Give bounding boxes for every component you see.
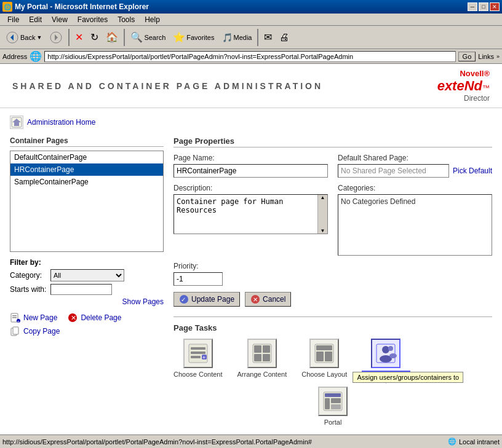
page-name-input[interactable]: [173, 164, 328, 178]
copy-page-link[interactable]: Copy Page: [10, 326, 60, 337]
delete-page-icon: ✕: [67, 312, 78, 323]
choose-layout-label: Choose Layout: [301, 371, 347, 378]
arrange-content-icon: [247, 339, 277, 368]
assign-users-task[interactable]: Assign Users Assign users/groups/contain…: [362, 339, 410, 379]
categories-field: Categories: No Categories Defined: [338, 184, 492, 256]
svg-rect-42: [331, 398, 341, 403]
default-shared-page-input[interactable]: [338, 164, 449, 178]
portal-label: Portal: [324, 419, 342, 426]
default-shared-page-label: Default Shared Page:: [338, 154, 492, 162]
search-button[interactable]: 🔍 Search: [127, 28, 169, 47]
go-button[interactable]: Go: [458, 52, 476, 61]
trademark-icon: ™: [482, 84, 490, 92]
form-buttons: ✓ Update Page ✕: [173, 292, 492, 307]
menu-file[interactable]: File: [2, 14, 24, 25]
svg-rect-22: [191, 356, 201, 358]
category-label: Category:: [10, 271, 47, 280]
minimize-button[interactable]: ─: [468, 2, 477, 11]
container-pages-title: Container Pages: [10, 136, 164, 147]
pages-list[interactable]: DefaultContainerPage HRContainerPage Sam…: [10, 151, 164, 252]
left-panel: Container Pages DefaultContainerPage HRC…: [10, 136, 164, 426]
svg-rect-8: [12, 317, 17, 318]
back-dropdown-icon[interactable]: ▼: [36, 34, 42, 41]
menu-help[interactable]: Help: [140, 14, 165, 25]
svg-text:+: +: [202, 355, 205, 361]
copy-page-label: Copy Page: [23, 327, 60, 336]
refresh-button[interactable]: ↻: [87, 28, 102, 47]
pick-default-link[interactable]: Pick Default: [453, 167, 492, 175]
filter-by-label: Filter by:: [10, 258, 164, 267]
favorites-button[interactable]: ⭐ Favorites: [170, 28, 217, 47]
links-chevron-icon: »: [496, 53, 500, 60]
address-bar: Address 🌐 Go Links »: [0, 49, 502, 64]
close-button[interactable]: ✕: [490, 2, 500, 11]
menu-edit[interactable]: Edit: [24, 14, 47, 25]
media-button[interactable]: 🎵 Media: [219, 28, 255, 47]
default-shared-page-field: Default Shared Page: Pick Default: [338, 154, 492, 178]
filter-starts-with-row: Starts with:: [10, 284, 164, 295]
priority-input[interactable]: [173, 272, 223, 286]
show-pages-link[interactable]: Show Pages: [10, 297, 164, 306]
description-field: Description: Container page for Human Re…: [173, 184, 328, 256]
forward-button[interactable]: [46, 28, 66, 47]
page-title: SHARED AND CONTAINER PAGE ADMINISTRATION: [12, 81, 323, 91]
choose-content-label: Choose Content: [173, 371, 223, 378]
back-icon: [6, 31, 19, 44]
menu-favorites[interactable]: Favorites: [73, 14, 113, 25]
svg-rect-29: [263, 354, 270, 361]
cancel-button[interactable]: ✕ Cancel: [245, 292, 291, 307]
starts-with-input[interactable]: [50, 284, 112, 295]
toolbar-separator-3: [257, 29, 258, 46]
forward-icon: [49, 31, 63, 44]
admin-home-link[interactable]: Administration Home: [10, 116, 492, 129]
list-item-hr[interactable]: HRContainerPage: [10, 163, 163, 176]
page-action-row-2: Copy Page: [10, 326, 60, 337]
menu-tools[interactable]: Tools: [113, 14, 140, 25]
description-scroll-up[interactable]: ▲: [318, 195, 327, 200]
menu-bar: File Edit View Favorites Tools Help: [0, 14, 502, 26]
menu-view[interactable]: View: [47, 14, 73, 25]
status-url: http://sidious/ExpressPortal/portal/port…: [2, 438, 312, 446]
back-label: Back: [20, 34, 35, 41]
svg-point-38: [389, 353, 397, 358]
delete-page-link[interactable]: ✕ Delete Page: [67, 312, 121, 323]
home-button[interactable]: 🏠: [103, 28, 121, 47]
status-zone: Local intranet: [459, 438, 500, 446]
assign-users-tooltip: Assign users/groups/containers to: [353, 372, 463, 383]
choose-layout-task[interactable]: Choose Layout: [301, 339, 347, 378]
list-item-sample[interactable]: SampleContainerPage: [10, 176, 163, 188]
novell-text: Novell®: [437, 69, 490, 78]
maximize-button[interactable]: □: [479, 2, 488, 11]
svg-rect-41: [325, 398, 330, 409]
new-page-link[interactable]: + New Page: [10, 312, 57, 323]
portal-task[interactable]: Portal: [173, 387, 492, 426]
description-textarea[interactable]: Container page for Human Resources: [174, 195, 317, 234]
admin-home-icon: [10, 116, 23, 129]
stop-button[interactable]: ✕: [72, 28, 86, 47]
update-page-button[interactable]: ✓ Update Page: [173, 292, 240, 307]
list-item-default[interactable]: DefaultContainerPage: [10, 151, 163, 163]
svg-rect-31: [316, 345, 332, 350]
page-tasks-section: Page Tasks: [173, 316, 492, 426]
form-row-2: Description: Container page for Human Re…: [173, 184, 492, 256]
description-scroll-down[interactable]: ▼: [318, 228, 327, 234]
svg-text:✕: ✕: [71, 314, 76, 321]
print-button[interactable]: 🖨: [276, 28, 292, 47]
description-label: Description:: [173, 184, 328, 192]
categories-label: Categories:: [338, 184, 492, 192]
back-button[interactable]: Back ▼: [2, 28, 45, 47]
page-actions: + New Page ✕: [10, 312, 164, 337]
svg-rect-28: [254, 354, 261, 361]
cancel-label: Cancel: [263, 295, 285, 304]
director-text: Director: [437, 94, 490, 103]
links-button[interactable]: Links: [478, 53, 494, 60]
form-row-1: Page Name: Default Shared Page: Pick Def…: [173, 154, 492, 178]
choose-content-task[interactable]: + Choose Content: [173, 339, 223, 378]
arrange-content-task[interactable]: Arrange Content: [237, 339, 287, 378]
svg-text:+: +: [17, 319, 20, 323]
new-page-icon: +: [10, 312, 21, 323]
mail-button[interactable]: ✉: [261, 28, 275, 47]
address-input[interactable]: [44, 51, 455, 62]
status-right: 🌐 Local intranet: [448, 438, 500, 446]
category-select[interactable]: All: [50, 269, 124, 281]
